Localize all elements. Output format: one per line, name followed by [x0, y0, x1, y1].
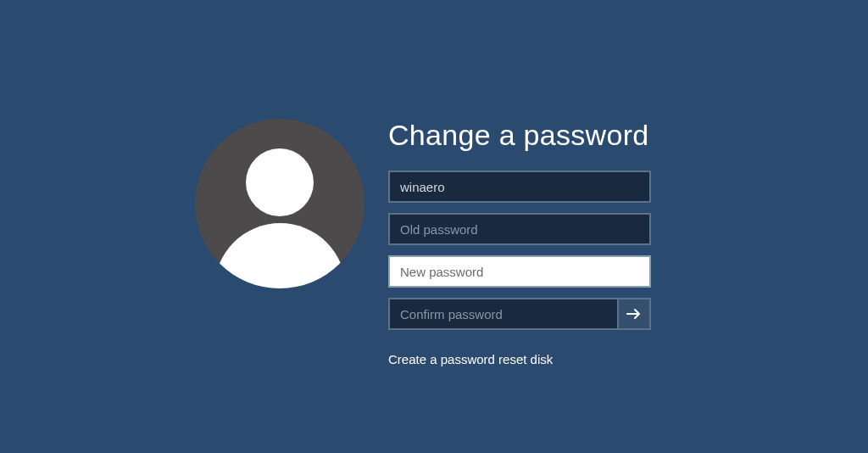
avatar-head-icon: [246, 148, 314, 216]
password-reset-disk-link[interactable]: Create a password reset disk: [388, 352, 553, 366]
page-title: Change a password: [388, 119, 651, 152]
old-password-row: [388, 213, 651, 245]
new-password-field[interactable]: [388, 255, 651, 288]
user-avatar: [195, 119, 364, 288]
username-field[interactable]: [388, 171, 651, 203]
confirm-password-field[interactable]: [388, 298, 619, 330]
new-password-row: [388, 255, 651, 288]
password-form: Change a password Create a password rese…: [388, 119, 651, 367]
avatar-body-icon: [214, 223, 346, 288]
confirm-password-row: [388, 298, 651, 330]
arrow-right-icon: [626, 308, 642, 320]
username-row: [388, 171, 651, 203]
old-password-field[interactable]: [388, 213, 651, 245]
submit-button[interactable]: [619, 298, 651, 330]
change-password-panel: Change a password Create a password rese…: [195, 119, 651, 367]
